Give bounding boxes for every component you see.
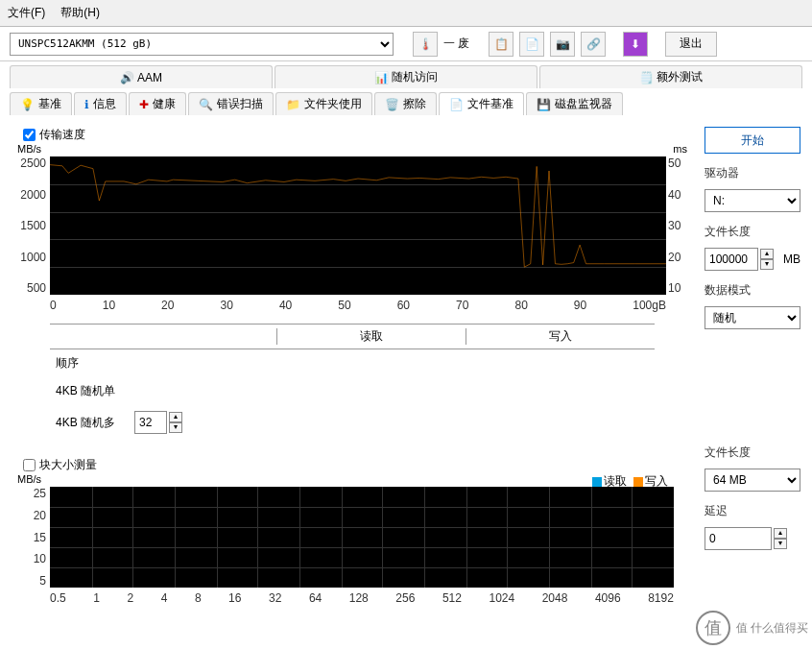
- random-icon: 📊: [374, 71, 388, 84]
- flen-up[interactable]: ▴: [760, 249, 774, 259]
- lower-tab-bar: 💡基准 ℹ信息 ✚健康 🔍错误扫描 📁文件夹使用 🗑️擦除 📄文件基准 💾磁盘监…: [0, 88, 812, 115]
- tab-health[interactable]: ✚健康: [129, 92, 186, 115]
- chart1-y2axis: 5040302010: [668, 156, 693, 295]
- tab-file-benchmark[interactable]: 📄文件基准: [439, 92, 524, 115]
- blocksize-chart: 252015105: [50, 487, 674, 588]
- menu-file[interactable]: 文件(F): [8, 5, 45, 21]
- file-length2-label: 文件长度: [705, 445, 800, 461]
- file-icon: 📄: [449, 98, 464, 111]
- tab-error-scan[interactable]: 🔍错误扫描: [188, 92, 274, 115]
- tab-random-access[interactable]: 📊随机访问: [275, 65, 537, 88]
- tab-erase[interactable]: 🗑️擦除: [374, 92, 437, 115]
- chart1-yaxis: 2500200015001000500: [17, 156, 46, 295]
- main-content: 传输速度 MB/s ms 2500200015001000500 5040302…: [0, 115, 812, 616]
- thread-count-input[interactable]: [134, 411, 167, 434]
- folder-icon: 📁: [286, 98, 300, 111]
- data-mode-select[interactable]: 随机: [705, 306, 800, 329]
- watermark: 值 值 什么值得买: [696, 611, 808, 645]
- camera-icon[interactable]: 📷: [550, 32, 575, 57]
- info-icon: ℹ: [84, 98, 89, 111]
- drive-label: 驱动器: [705, 165, 800, 181]
- delay-down[interactable]: ▾: [774, 539, 787, 549]
- flen-down[interactable]: ▾: [760, 259, 774, 270]
- row-4kb-multi: 4KB 随机多: [56, 415, 115, 431]
- watermark-logo-icon: 值: [696, 611, 730, 645]
- chart2-yunit: MB/s: [17, 473, 41, 485]
- delay-input[interactable]: [705, 527, 772, 550]
- chart1-trace: [50, 156, 666, 295]
- data-mode-label: 数据模式: [705, 282, 800, 299]
- device-select[interactable]: UNSPC512AKMM (512 gB): [10, 33, 394, 56]
- controls-panel: 开始 驱动器 N: 文件长度 ▴▾ MB 数据模式 随机 文件长度 64 MB …: [705, 127, 800, 605]
- magnifier-icon: 🔍: [199, 98, 213, 111]
- download-icon[interactable]: ⬇: [623, 32, 648, 57]
- delay-label: 延迟: [705, 503, 800, 519]
- plus-icon: ✚: [139, 98, 149, 111]
- exit-button[interactable]: 退出: [665, 32, 717, 57]
- link-icon[interactable]: 🔗: [581, 32, 606, 57]
- chart2-yaxis: 252015105: [17, 487, 46, 588]
- tab-info[interactable]: ℹ信息: [74, 92, 127, 115]
- chart1-xaxis: 0102030405060708090100gB: [50, 299, 666, 312]
- temperature-label: 一 废: [443, 36, 469, 52]
- results-write-header: 写入: [466, 328, 655, 345]
- drive-select[interactable]: N:: [705, 189, 800, 212]
- bulb-icon: 💡: [20, 98, 35, 111]
- toolbar: UNSPC512AKMM (512 gB) 🌡️ 一 废 📋 📄 📷 🔗 ⬇ 退…: [0, 27, 812, 61]
- upper-tab-bar: 🔊AAM 📊随机访问 🗒️额外测试: [0, 61, 812, 88]
- results-table: 读取 写入 顺序 4KB 随机单 4KB 随机多 ▴▾: [50, 324, 655, 440]
- results-read-header: 读取: [277, 328, 466, 345]
- delay-up[interactable]: ▴: [774, 528, 787, 539]
- menu-help[interactable]: 帮助(H): [60, 5, 100, 21]
- tab-extra-tests[interactable]: 🗒️额外测试: [539, 65, 802, 88]
- blocksize-checkbox[interactable]: [23, 459, 36, 471]
- toolbar-btn-1[interactable]: 📋: [489, 32, 513, 57]
- tab-aam[interactable]: 🔊AAM: [10, 65, 273, 88]
- transfer-speed-checkbox[interactable]: [23, 129, 36, 141]
- transfer-speed-label: 传输速度: [39, 127, 85, 143]
- blocksize-label: 块大小测量: [39, 457, 97, 473]
- tab-folder-usage[interactable]: 📁文件夹使用: [275, 92, 372, 115]
- chart2-xaxis: 0.512481632641282565121024204840968192: [50, 591, 674, 605]
- start-button[interactable]: 开始: [705, 127, 800, 154]
- tab-benchmark[interactable]: 💡基准: [10, 92, 72, 115]
- monitor-icon: 💾: [537, 98, 551, 111]
- threads-down[interactable]: ▾: [169, 422, 182, 433]
- toolbar-btn-2[interactable]: 📄: [519, 32, 544, 57]
- tab-disk-monitor[interactable]: 💾磁盘监视器: [526, 92, 623, 115]
- row-4kb-single: 4KB 随机单: [50, 383, 655, 399]
- transfer-chart: 2500200015001000500 5040302010: [50, 156, 666, 295]
- trash-icon: 🗑️: [385, 98, 399, 111]
- calculator-icon: 🗒️: [639, 71, 653, 84]
- file-length-unit: MB: [783, 252, 800, 266]
- menu-bar: 文件(F) 帮助(H): [0, 0, 812, 27]
- thermometer-icon: 🌡️: [413, 32, 438, 57]
- file-length-label: 文件长度: [705, 224, 800, 240]
- speaker-icon: 🔊: [120, 71, 133, 84]
- chart1-y2unit: ms: [673, 143, 687, 155]
- file-length2-select[interactable]: 64 MB: [705, 469, 800, 492]
- row-sequential: 顺序: [50, 355, 655, 372]
- threads-up[interactable]: ▴: [169, 412, 182, 422]
- file-length-input[interactable]: [705, 248, 758, 271]
- chart1-yunit: MB/s: [17, 143, 41, 155]
